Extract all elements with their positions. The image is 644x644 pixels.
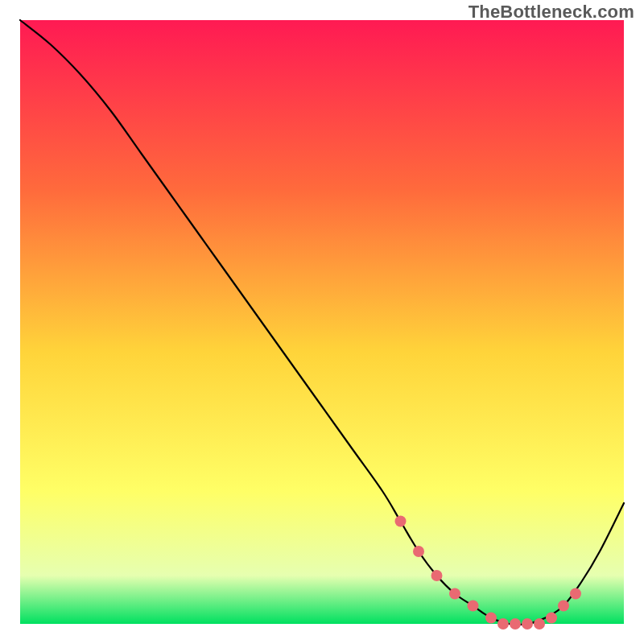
- highlight-dot: [485, 613, 497, 624]
- highlight-dot: [510, 618, 521, 630]
- chart-stage: TheBottleneck.com: [0, 0, 644, 644]
- highlight-dot: [570, 588, 581, 600]
- highlight-dot: [558, 601, 569, 612]
- bottleneck-chart: [0, 0, 644, 644]
- highlight-dot: [431, 570, 443, 581]
- watermark-text: TheBottleneck.com: [469, 2, 634, 23]
- highlight-dot: [497, 618, 509, 630]
- highlight-dot: [395, 516, 407, 527]
- highlight-dot: [449, 588, 460, 600]
- highlight-dot: [413, 546, 424, 557]
- highlight-dot: [468, 601, 479, 612]
- highlight-dot: [546, 613, 557, 624]
- highlight-dot: [534, 618, 545, 630]
- highlight-dot: [522, 618, 533, 630]
